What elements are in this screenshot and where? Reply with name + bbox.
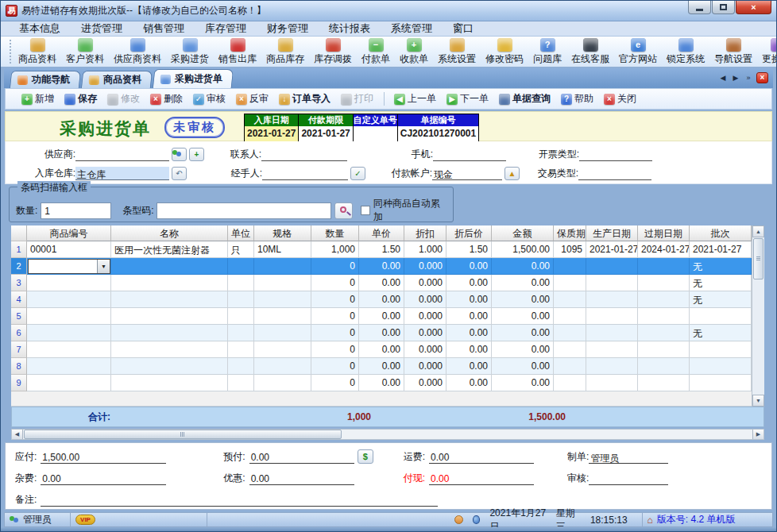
grid-row[interactable]: 7 00.000.0000.000.00 xyxy=(11,341,752,358)
remark-input[interactable] xyxy=(41,493,438,507)
scroll-left-icon[interactable]: ◀ xyxy=(12,430,23,439)
grid-cell[interactable]: 0.00 xyxy=(492,291,554,308)
doc-toolbar-button[interactable]: ✓ 审核 xyxy=(193,92,226,106)
minimize-button[interactable] xyxy=(688,1,711,14)
doc-toolbar-button[interactable]: ↓ 订单导入 xyxy=(279,92,331,106)
grid-cell[interactable]: 0.00 xyxy=(359,275,404,291)
grid-cell[interactable]: 0.00 xyxy=(492,275,554,291)
grid-cell[interactable] xyxy=(554,358,586,375)
grid-cell[interactable]: 0.000 xyxy=(404,341,446,358)
workspace-tab[interactable]: 商品资料 xyxy=(81,71,153,88)
grid-cell[interactable] xyxy=(586,258,638,275)
doc-toolbar-button[interactable]: × 删除 xyxy=(150,92,183,106)
assistant-icon[interactable] xyxy=(454,515,463,524)
supplier-lookup-button[interactable] xyxy=(172,148,187,161)
toolbar-button[interactable]: ▼ 更换皮肤 xyxy=(757,37,777,67)
header-field-value[interactable] xyxy=(354,126,397,141)
toolbar-button[interactable]: 在线客服 xyxy=(566,37,614,67)
grid-cell[interactable] xyxy=(228,375,254,391)
grid-cell[interactable]: 0.00 xyxy=(359,325,404,341)
toolbar-button[interactable]: 商品资料 xyxy=(14,37,61,67)
toolbar-button[interactable]: 修改密码 xyxy=(481,37,528,67)
grid-cell[interactable]: 0.00 xyxy=(446,358,492,375)
grid-cell[interactable] xyxy=(586,358,638,375)
doc-toolbar-button[interactable]: ? 帮助 xyxy=(561,92,593,106)
grid-cell[interactable] xyxy=(586,308,638,325)
menu-item[interactable]: 库存管理 xyxy=(195,20,257,37)
grid-cell[interactable] xyxy=(554,258,586,275)
grid-cell[interactable]: 0 xyxy=(311,308,359,325)
grid-cell[interactable] xyxy=(254,341,311,358)
header-field-value[interactable]: 2021-01-27 xyxy=(245,126,298,141)
doc-toolbar-button[interactable]: + 新增 xyxy=(21,92,54,106)
grid-cell[interactable] xyxy=(27,291,111,308)
grid-cell[interactable] xyxy=(254,325,311,341)
grid-cell[interactable] xyxy=(586,275,638,291)
supplier-input[interactable] xyxy=(75,148,169,161)
grid-cell[interactable] xyxy=(27,325,111,341)
vertical-scroll-thumb[interactable] xyxy=(753,238,763,279)
grid-cell[interactable]: 0.00 xyxy=(446,258,492,275)
grid-cell[interactable]: 1.000 xyxy=(404,241,446,258)
column-header[interactable]: 单价 xyxy=(359,226,404,241)
toolbar-button[interactable]: 供应商资料 xyxy=(109,37,166,67)
scroll-right-icon[interactable]: ▶ xyxy=(752,430,763,439)
grid-cell[interactable] xyxy=(27,358,111,375)
column-header[interactable]: 生产日期 xyxy=(586,226,638,241)
grid-cell[interactable]: 无 xyxy=(690,258,752,275)
column-header[interactable]: 商品编号 xyxy=(27,226,111,241)
doc-toolbar-button[interactable]: 修改 xyxy=(107,92,140,106)
toolbar-button[interactable]: − 付款单 xyxy=(357,37,395,67)
grid-cell[interactable]: 1,000 xyxy=(311,241,359,258)
grid-cell[interactable] xyxy=(254,258,311,275)
trade-type-input[interactable] xyxy=(578,167,651,180)
grid-cell[interactable]: 0.00 xyxy=(359,375,404,391)
grid-cell[interactable]: 0 xyxy=(311,358,359,375)
horizontal-scroll-thumb[interactable] xyxy=(24,430,342,439)
auto-accumulate-checkbox[interactable] xyxy=(361,206,370,215)
column-header[interactable]: 金额 xyxy=(492,226,554,241)
toolbar-button[interactable]: 库存调拨 xyxy=(309,37,357,67)
grid-row[interactable]: 1 00001医用一次性无菌注射器只10ML1,0001.501.0001.50… xyxy=(11,241,752,258)
scroll-down-icon[interactable]: ▼ xyxy=(752,395,764,407)
grid-cell[interactable]: 1.50 xyxy=(446,241,492,258)
doc-toolbar-button[interactable]: 单据查询 xyxy=(499,92,551,106)
grid-cell[interactable]: 0.00 xyxy=(446,325,492,341)
grid-cell[interactable]: 医用一次性无菌注射器 xyxy=(111,241,228,258)
mobile-input[interactable] xyxy=(433,148,506,161)
grid-cell[interactable]: 0.00 xyxy=(446,341,492,358)
menu-item[interactable]: 窗口 xyxy=(443,20,484,37)
handler-input[interactable] xyxy=(262,167,348,180)
grid-cell[interactable] xyxy=(690,341,752,358)
grid-cell[interactable]: 无 xyxy=(690,325,752,341)
grid-cell[interactable]: 0.00 xyxy=(492,308,554,325)
grid-cell[interactable] xyxy=(111,341,228,358)
misc-fee-input[interactable]: 0.00 xyxy=(41,472,166,485)
tab-close-button[interactable]: × xyxy=(756,72,768,83)
grid-cell[interactable]: 2021-01-27 xyxy=(586,241,638,258)
grid-cell[interactable]: 0.000 xyxy=(404,258,446,275)
grid-cell[interactable] xyxy=(27,308,111,325)
freight-input[interactable]: 0.00 xyxy=(429,450,534,464)
grid-cell[interactable] xyxy=(554,308,586,325)
grid-cell[interactable]: 0 xyxy=(311,275,359,291)
toolbar-button[interactable]: e 官方网站 xyxy=(614,37,662,67)
toolbar-button[interactable]: 销售出库 xyxy=(214,37,261,67)
grid-cell[interactable]: 0 xyxy=(311,258,359,275)
grid-cell[interactable] xyxy=(111,275,228,291)
warehouse-input[interactable]: 主仓库 xyxy=(75,167,169,180)
barcode-input[interactable] xyxy=(157,202,331,219)
grid-cell[interactable] xyxy=(27,341,111,358)
grid-cell[interactable] xyxy=(690,375,752,391)
grid-cell[interactable]: 2024-01-27 xyxy=(638,241,690,258)
grid-cell[interactable] xyxy=(254,275,311,291)
grid-cell[interactable] xyxy=(111,358,228,375)
toolbar-button[interactable]: ? 问题库 xyxy=(528,37,566,67)
column-header[interactable]: 规格 xyxy=(254,226,311,241)
grid-cell[interactable] xyxy=(228,341,254,358)
scroll-up-icon[interactable]: ▲ xyxy=(752,226,764,237)
grid-cell[interactable] xyxy=(111,325,228,341)
prepaid-money-icon[interactable]: $ xyxy=(358,449,373,464)
grid-cell[interactable] xyxy=(228,275,254,291)
grid-cell[interactable]: 10ML xyxy=(254,241,311,258)
